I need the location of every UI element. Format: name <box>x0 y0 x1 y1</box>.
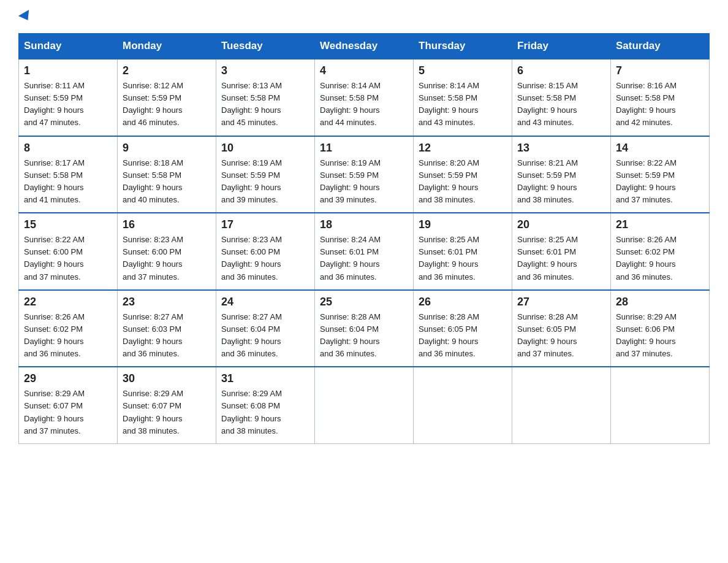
calendar-cell: 29Sunrise: 8:29 AMSunset: 6:07 PMDayligh… <box>19 367 118 443</box>
day-info: Sunrise: 8:12 AMSunset: 5:59 PMDaylight:… <box>123 80 211 129</box>
day-of-week-header: Wednesday <box>315 34 414 59</box>
calendar-cell: 21Sunrise: 8:26 AMSunset: 6:02 PMDayligh… <box>611 213 710 290</box>
calendar-cell: 2Sunrise: 8:12 AMSunset: 5:59 PMDaylight… <box>118 59 216 136</box>
day-info: Sunrise: 8:25 AMSunset: 6:01 PMDaylight:… <box>517 234 605 283</box>
day-info: Sunrise: 8:28 AMSunset: 6:05 PMDaylight:… <box>517 311 605 361</box>
calendar-cell: 6Sunrise: 8:15 AMSunset: 5:58 PMDaylight… <box>512 59 611 136</box>
day-number: 21 <box>616 218 704 231</box>
day-info: Sunrise: 8:19 AMSunset: 5:59 PMDaylight:… <box>320 157 408 207</box>
calendar-cell: 27Sunrise: 8:28 AMSunset: 6:05 PMDayligh… <box>512 290 611 367</box>
day-number: 2 <box>123 64 211 77</box>
calendar-body: 1Sunrise: 8:11 AMSunset: 5:59 PMDaylight… <box>19 59 710 443</box>
calendar-cell: 17Sunrise: 8:23 AMSunset: 6:00 PMDayligh… <box>216 213 315 290</box>
day-info: Sunrise: 8:14 AMSunset: 5:58 PMDaylight:… <box>320 80 408 129</box>
calendar-week-row: 1Sunrise: 8:11 AMSunset: 5:59 PMDaylight… <box>19 59 710 136</box>
day-info: Sunrise: 8:21 AMSunset: 5:59 PMDaylight:… <box>517 157 605 207</box>
day-number: 10 <box>221 142 309 155</box>
day-number: 16 <box>123 218 211 231</box>
calendar-cell: 19Sunrise: 8:25 AMSunset: 6:01 PMDayligh… <box>414 213 512 290</box>
day-info: Sunrise: 8:29 AMSunset: 6:07 PMDaylight:… <box>24 388 112 437</box>
day-info: Sunrise: 8:23 AMSunset: 6:00 PMDaylight:… <box>123 234 211 283</box>
day-info: Sunrise: 8:13 AMSunset: 5:58 PMDaylight:… <box>221 80 309 129</box>
day-number: 1 <box>24 64 112 77</box>
day-number: 4 <box>320 64 408 77</box>
calendar-cell: 22Sunrise: 8:26 AMSunset: 6:02 PMDayligh… <box>19 290 118 367</box>
day-info: Sunrise: 8:18 AMSunset: 5:58 PMDaylight:… <box>123 157 211 207</box>
calendar-cell: 26Sunrise: 8:28 AMSunset: 6:05 PMDayligh… <box>414 290 512 367</box>
calendar-cell: 5Sunrise: 8:14 AMSunset: 5:58 PMDaylight… <box>414 59 512 136</box>
day-info: Sunrise: 8:29 AMSunset: 6:07 PMDaylight:… <box>123 388 211 437</box>
day-info: Sunrise: 8:14 AMSunset: 5:58 PMDaylight:… <box>419 80 507 129</box>
day-info: Sunrise: 8:17 AMSunset: 5:58 PMDaylight:… <box>24 157 112 207</box>
calendar-week-row: 15Sunrise: 8:22 AMSunset: 6:00 PMDayligh… <box>19 213 710 290</box>
calendar-cell: 25Sunrise: 8:28 AMSunset: 6:04 PMDayligh… <box>315 290 414 367</box>
day-info: Sunrise: 8:20 AMSunset: 5:59 PMDaylight:… <box>419 157 507 207</box>
day-number: 5 <box>419 64 507 77</box>
day-info: Sunrise: 8:15 AMSunset: 5:58 PMDaylight:… <box>517 80 605 129</box>
calendar-cell <box>315 367 414 443</box>
page-header <box>18 12 710 21</box>
day-number: 18 <box>320 218 408 231</box>
calendar-week-row: 29Sunrise: 8:29 AMSunset: 6:07 PMDayligh… <box>19 367 710 443</box>
day-info: Sunrise: 8:26 AMSunset: 6:02 PMDaylight:… <box>24 311 112 361</box>
calendar-cell: 14Sunrise: 8:22 AMSunset: 5:59 PMDayligh… <box>611 136 710 213</box>
day-info: Sunrise: 8:28 AMSunset: 6:04 PMDaylight:… <box>320 311 408 361</box>
calendar-cell: 1Sunrise: 8:11 AMSunset: 5:59 PMDaylight… <box>19 59 118 136</box>
calendar-cell: 20Sunrise: 8:25 AMSunset: 6:01 PMDayligh… <box>512 213 611 290</box>
day-number: 20 <box>517 218 605 231</box>
calendar-cell: 31Sunrise: 8:29 AMSunset: 6:08 PMDayligh… <box>216 367 315 443</box>
day-number: 24 <box>221 296 309 308</box>
day-info: Sunrise: 8:28 AMSunset: 6:05 PMDaylight:… <box>419 311 507 361</box>
calendar-cell: 23Sunrise: 8:27 AMSunset: 6:03 PMDayligh… <box>118 290 216 367</box>
day-of-week-header: Tuesday <box>216 34 315 59</box>
day-info: Sunrise: 8:29 AMSunset: 6:08 PMDaylight:… <box>221 388 309 437</box>
logo <box>18 12 32 21</box>
calendar-week-row: 22Sunrise: 8:26 AMSunset: 6:02 PMDayligh… <box>19 290 710 367</box>
calendar-cell: 15Sunrise: 8:22 AMSunset: 6:00 PMDayligh… <box>19 213 118 290</box>
calendar-cell: 18Sunrise: 8:24 AMSunset: 6:01 PMDayligh… <box>315 213 414 290</box>
calendar-cell: 10Sunrise: 8:19 AMSunset: 5:59 PMDayligh… <box>216 136 315 213</box>
calendar-cell: 24Sunrise: 8:27 AMSunset: 6:04 PMDayligh… <box>216 290 315 367</box>
calendar-cell: 4Sunrise: 8:14 AMSunset: 5:58 PMDaylight… <box>315 59 414 136</box>
day-number: 19 <box>419 218 507 231</box>
day-of-week-header: Monday <box>118 34 216 59</box>
day-number: 13 <box>517 142 605 155</box>
day-info: Sunrise: 8:29 AMSunset: 6:06 PMDaylight:… <box>616 311 704 361</box>
calendar-cell: 3Sunrise: 8:13 AMSunset: 5:58 PMDaylight… <box>216 59 315 136</box>
day-info: Sunrise: 8:26 AMSunset: 6:02 PMDaylight:… <box>616 234 704 283</box>
day-info: Sunrise: 8:24 AMSunset: 6:01 PMDaylight:… <box>320 234 408 283</box>
day-number: 26 <box>419 296 507 308</box>
calendar-cell: 9Sunrise: 8:18 AMSunset: 5:58 PMDaylight… <box>118 136 216 213</box>
day-number: 9 <box>123 142 211 155</box>
calendar-cell: 7Sunrise: 8:16 AMSunset: 5:58 PMDaylight… <box>611 59 710 136</box>
day-number: 30 <box>123 372 211 385</box>
day-info: Sunrise: 8:23 AMSunset: 6:00 PMDaylight:… <box>221 234 309 283</box>
day-number: 31 <box>221 372 309 385</box>
calendar-table: SundayMondayTuesdayWednesdayThursdayFrid… <box>18 33 710 444</box>
calendar-header: SundayMondayTuesdayWednesdayThursdayFrid… <box>19 34 710 59</box>
day-number: 11 <box>320 142 408 155</box>
day-of-week-header: Thursday <box>414 34 512 59</box>
day-of-week-header: Friday <box>512 34 611 59</box>
calendar-cell: 16Sunrise: 8:23 AMSunset: 6:00 PMDayligh… <box>118 213 216 290</box>
day-number: 15 <box>24 218 112 231</box>
calendar-cell <box>611 367 710 443</box>
day-number: 27 <box>517 296 605 308</box>
day-number: 14 <box>616 142 704 155</box>
day-number: 17 <box>221 218 309 231</box>
day-info: Sunrise: 8:27 AMSunset: 6:03 PMDaylight:… <box>123 311 211 361</box>
day-number: 25 <box>320 296 408 308</box>
day-number: 28 <box>616 296 704 308</box>
calendar-week-row: 8Sunrise: 8:17 AMSunset: 5:58 PMDaylight… <box>19 136 710 213</box>
day-of-week-header: Sunday <box>19 34 118 59</box>
day-number: 12 <box>419 142 507 155</box>
day-info: Sunrise: 8:27 AMSunset: 6:04 PMDaylight:… <box>221 311 309 361</box>
calendar-cell: 12Sunrise: 8:20 AMSunset: 5:59 PMDayligh… <box>414 136 512 213</box>
days-of-week-row: SundayMondayTuesdayWednesdayThursdayFrid… <box>19 34 710 59</box>
calendar-cell <box>414 367 512 443</box>
logo-triangle-icon <box>18 10 33 23</box>
calendar-cell: 8Sunrise: 8:17 AMSunset: 5:58 PMDaylight… <box>19 136 118 213</box>
day-info: Sunrise: 8:25 AMSunset: 6:01 PMDaylight:… <box>419 234 507 283</box>
calendar-cell: 13Sunrise: 8:21 AMSunset: 5:59 PMDayligh… <box>512 136 611 213</box>
calendar-cell: 28Sunrise: 8:29 AMSunset: 6:06 PMDayligh… <box>611 290 710 367</box>
